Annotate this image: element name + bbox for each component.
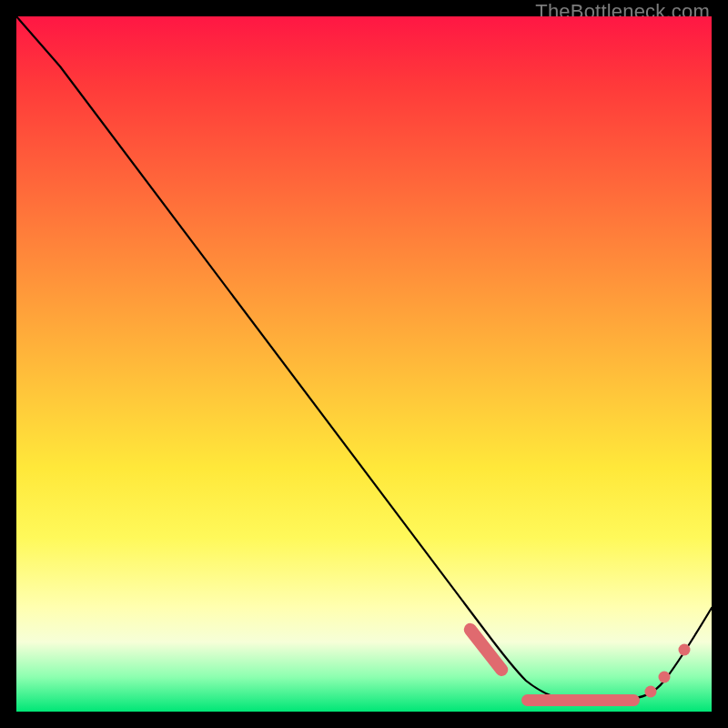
bottleneck-curve <box>16 16 712 702</box>
chart-frame: TheBottleneck.com <box>0 0 728 728</box>
marker-flat-cluster <box>521 694 640 706</box>
marker-dot <box>645 686 657 698</box>
marker-descending-cluster <box>461 621 511 679</box>
marker-dot <box>679 644 691 656</box>
plot-area <box>16 16 712 712</box>
marker-dot <box>659 672 671 683</box>
curve-svg <box>16 16 712 712</box>
